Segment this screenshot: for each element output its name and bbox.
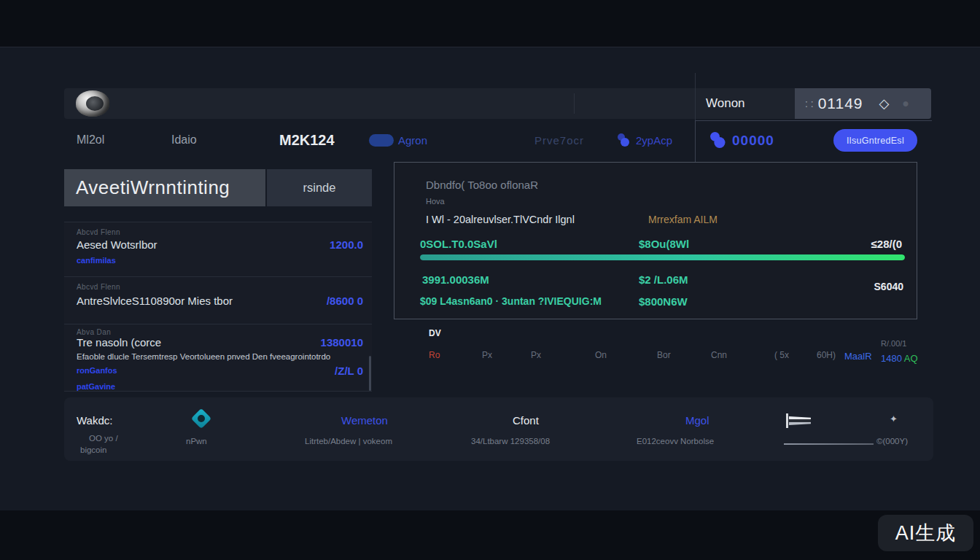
asset-value: 1200.0 [330,238,363,251]
globe-icon [86,96,104,111]
nav-item-3[interactable]: M2K124 [279,132,335,149]
list-scrollbar[interactable] [369,356,371,391]
pool-stat-4: 3991.00036M [422,273,489,286]
footer-network-line: nPwn [186,437,207,446]
app-screen: Wonon : : 01149 ◇ ● Ml2ol Idaio M2K124 A… [0,0,980,560]
tab-trade[interactable]: rsinde [267,169,372,206]
asset-name: Tre nasoln (corce [77,336,161,349]
list-item[interactable]: Abcvd Flenn Aesed Wotsrlbor 1200.0 canfi… [64,222,372,276]
market-label: DV [429,328,441,338]
footer-line-3: Litrteb/Abdew | vokeom [305,437,392,446]
footer-slider[interactable] [784,443,874,445]
market-col[interactable]: Px [531,350,541,360]
asset-name: AntreSlvlceS110890or Mies tbor [77,295,233,307]
pool-stat-8: $800N6W [639,295,688,308]
footer-link-wemeton[interactable]: Wemeton [341,414,388,427]
balance-coin-icon [707,130,728,150]
footer-bar: Wakdc: OO yo / bigcoin nPwn Wemeton Litr… [64,397,933,461]
pool-pair-label: I Wl - 20alreuvlser.TlVCndr Ilgnl [426,214,575,225]
footer-slider-value: ©(000Y) [876,437,908,446]
pool-stat-3: ≤28/(0 [871,238,902,250]
pool-progress-fill [420,254,905,260]
asset-tag: Abva Dan [77,328,111,336]
list-item[interactable]: Abcvd Flenn AntreSlvlceS110890or Mies tb… [64,276,372,324]
footer-title-cfont: Cfont [513,414,539,427]
market-col[interactable]: 60H) [817,350,836,360]
asset-name: Aesed Wotsrlbor [77,238,158,251]
pool-badge: Mrrexfam AILM [648,214,718,225]
top-band [0,0,980,47]
market-col[interactable]: Cnn [711,350,727,360]
counter-value: 01149 [818,95,863,112]
asset-description: Efaoble dlucle Tersemtresp Veortolueen p… [77,352,330,361]
market-link[interactable]: MaalR [844,351,872,362]
bottom-band [0,510,980,560]
market-col[interactable]: On [595,350,607,360]
sparkle-icon[interactable]: ✦ [890,413,898,424]
brand-globe-logo[interactable] [76,90,109,117]
asset-value: /8600 0 [327,295,363,307]
market-col[interactable]: Px [482,350,492,360]
token-blob-icon [615,131,632,149]
asset-link[interactable]: canfimilas [77,256,116,265]
pool-stat-5: $2 /L.06M [639,273,688,286]
footer-wallet-line1: OO yo / [89,434,118,443]
market-col-active[interactable]: Ro [429,350,440,360]
asset-tag: Abcvd Flenn [77,228,120,236]
market-unit: AQ [904,353,918,364]
asset-tag: Abcvd Flenn [77,283,120,291]
pool-stat-6: S6040 [874,281,903,292]
shield-gem-icon[interactable] [191,408,211,429]
pool-progress-bar [420,254,905,260]
profile-circle-icon[interactable]: ● [902,97,909,110]
market-col[interactable]: ( 5x [774,350,789,360]
pool-stat-7: $09 L4asn6an0 · 3untan ?IVIEQUIG:M [420,295,602,307]
tab-minting[interactable]: AveetiWrnntinting [64,169,265,206]
list-item[interactable]: Abva Dan Tre nasoln (corce 1380010 Efaob… [64,324,372,392]
market-col[interactable]: Bor [657,350,671,360]
wallet-label[interactable]: Wonon [706,96,745,111]
connect-action-button[interactable]: IlsuGntredEsl [833,129,917,152]
pool-subtitle: Hova [426,197,445,206]
asset-list: Abcvd Flenn Aesed Wotsrlbor 1200.0 canfi… [64,222,372,392]
nav-item-2[interactable]: Idaio [171,133,197,147]
footer-wallet-line2: bigcoin [80,446,106,454]
nav-link-2[interactable]: 2ypAcp [636,134,672,147]
footer-link-mgol[interactable]: Mgol [685,414,709,427]
nav-link-1[interactable]: Prve7ocr [534,134,584,147]
balance-value: 00000 [732,133,774,149]
asset-link[interactable]: ronGanfos [77,366,117,375]
flag-icon[interactable] [789,416,811,425]
footer-line-5: E012ceovv Norbolse [637,437,714,446]
market-value: 1480 [881,353,902,364]
pool-stat-2: $8Ou(8Wl [639,238,689,250]
asset-value: 1380010 [321,336,363,349]
asset-link[interactable]: patGavine [77,382,115,391]
nav-item-1[interactable]: Ml2ol [77,133,104,147]
footer-wallet-title: Wakdc: [77,414,112,427]
gem-core-icon [196,413,206,424]
mode-toggle[interactable] [369,134,394,147]
pool-card: Dbndfo( To8oo oflonaR Hova I Wl - 20alre… [394,162,917,319]
diamond-icon[interactable]: ◇ [879,96,890,112]
counter-toolbar: : : 01149 ◇ ● [795,88,931,119]
footer-line-4: 34/Ltbarw 129358/08 [471,437,550,446]
counter-prefix: : : [805,98,814,109]
flag-pole-icon [786,413,788,428]
header-divider [574,93,575,114]
pool-stat-1: 0SOL.T0.0SaVl [420,238,497,250]
asset-sub-value: /Z/L 0 [335,365,363,377]
market-value-group: 1480 AQ [881,353,918,364]
toggle-label: Agron [398,134,427,147]
ai-watermark-badge: AI生成 [878,515,973,551]
pool-title: Dbndfo( To8oo oflonaR [426,179,538,191]
market-note: R/.00/1 [881,339,906,348]
